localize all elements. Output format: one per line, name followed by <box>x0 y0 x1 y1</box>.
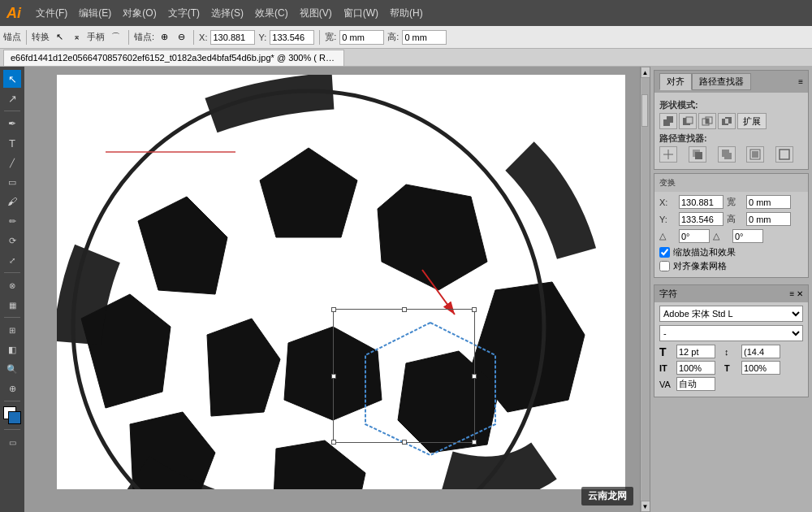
line-tool[interactable]: ╱ <box>3 154 21 171</box>
scale-checkbox[interactable] <box>659 247 670 258</box>
main-area: ↖ ↗ ✒ T ╱ ▭ 🖌 ✏ ⟳ ⤢ ⊗ ▦ ⊞ ◧ 🔍 ⊕ ▭ <box>0 67 812 512</box>
title-bar: Ai 文件(F) 编辑(E) 对象(O) 文字(T) 选择(S) 效果(C) 视… <box>0 0 812 26</box>
stroke-color[interactable] <box>8 411 21 424</box>
char-panel-options[interactable]: ≡ ✕ <box>789 289 803 298</box>
th-input[interactable] <box>746 212 791 226</box>
scroll-down-btn[interactable]: ▼ <box>641 501 650 512</box>
pf-crop[interactable] <box>746 146 764 163</box>
svg-rect-25 <box>725 119 728 124</box>
unite-btn[interactable] <box>659 113 677 129</box>
cursor-tool-btn[interactable]: ↖ <box>53 30 67 44</box>
scale-tool[interactable]: ⤢ <box>3 251 21 269</box>
align-checkbox[interactable] <box>659 261 670 271</box>
blend-tool[interactable]: ⊗ <box>3 276 21 294</box>
w-label: 宽: <box>325 31 336 43</box>
menu-effect[interactable]: 效果(C) <box>250 5 293 22</box>
align-pathfinder-panel: 对齐 路径查找器 ≡ 形状模式: <box>654 70 809 170</box>
y-label: Y: <box>258 33 266 42</box>
tracking-input[interactable] <box>676 377 715 391</box>
scale-h-input[interactable] <box>676 361 715 375</box>
menu-view[interactable]: 视图(V) <box>295 5 337 22</box>
tool-divider5 <box>4 429 20 430</box>
menu-help[interactable]: 帮助(H) <box>385 5 428 22</box>
pf-trim[interactable] <box>689 146 706 163</box>
panel-tabs: 对齐 路径查找器 <box>659 73 751 90</box>
sep3 <box>193 30 194 45</box>
scroll-track[interactable] <box>641 78 650 501</box>
ty-input[interactable] <box>679 212 723 226</box>
scroll-thumb[interactable] <box>641 94 648 127</box>
menu-select[interactable]: 选择(S) <box>206 5 248 22</box>
menu-file[interactable]: 文件(F) <box>31 5 72 22</box>
anchor-label: 锚点 <box>3 31 21 43</box>
pen-tool[interactable]: ✒ <box>3 115 21 132</box>
expand-btn[interactable]: 扩展 <box>737 113 767 129</box>
font-style-select[interactable]: - <box>659 325 803 341</box>
svg-rect-34 <box>780 150 789 159</box>
pf-divide[interactable] <box>659 146 677 163</box>
select-tool[interactable]: ↖ <box>3 70 21 88</box>
tools-panel: ↖ ↗ ✒ T ╱ ▭ 🖌 ✏ ⟳ ⤢ ⊗ ▦ ⊞ ◧ 🔍 ⊕ ▭ <box>0 67 24 512</box>
tab-mode: ( <box>313 53 317 63</box>
svg-rect-33 <box>752 151 758 158</box>
gradient-tool[interactable]: ◧ <box>3 341 21 358</box>
pf-merge[interactable] <box>718 146 736 163</box>
pathfinder-grid <box>659 146 803 163</box>
x-input[interactable] <box>210 30 255 45</box>
shape-mode-label: 形状模式: <box>659 99 803 111</box>
tab-align[interactable]: 对齐 <box>659 73 692 90</box>
column-graph-tool[interactable]: ▦ <box>3 296 21 314</box>
add-anchor-btn[interactable]: ⊕ <box>158 30 171 44</box>
app-logo: Ai <box>6 5 21 22</box>
tab-pathfinder[interactable]: 路径查找器 <box>692 73 751 90</box>
canvas-area[interactable]: 云南龙网 <box>24 67 640 512</box>
toolbar: 锚点 转换 ↖ ⌅ 手柄 ⌒ 锚点: ⊕ ⊖ X: Y: 宽: 高: <box>0 26 812 49</box>
scale-v-input[interactable] <box>741 361 780 375</box>
intersect-btn[interactable] <box>698 113 716 129</box>
smooth-btn[interactable]: ⌒ <box>108 29 123 45</box>
menu-text[interactable]: 文字(T) <box>163 5 205 22</box>
rect-tool[interactable]: ▭ <box>3 173 21 191</box>
panel-header-align[interactable]: 对齐 路径查找器 ≡ <box>654 71 808 93</box>
w-input[interactable] <box>339 30 384 45</box>
pencil-tool[interactable]: ✏ <box>3 212 21 230</box>
eyedropper-tool[interactable]: 🔍 <box>3 360 21 378</box>
scale-v-label: T <box>724 363 739 373</box>
screen-mode-btn[interactable]: ▭ <box>3 433 21 451</box>
scale-label: 缩放描边和效果 <box>673 246 736 258</box>
rotate-tool[interactable]: ⟳ <box>3 232 21 249</box>
tx-input[interactable] <box>679 195 723 209</box>
svg-rect-19 <box>686 117 693 124</box>
leading-icon: ↕ <box>724 347 739 357</box>
pf-outline[interactable] <box>775 146 793 163</box>
char-panel-header[interactable]: 字符 ≡ ✕ <box>654 285 808 302</box>
tool-divider4 <box>4 401 20 401</box>
font-family-select[interactable]: Adobe 宋体 Std L <box>659 306 803 322</box>
menu-window[interactable]: 窗口(W) <box>339 5 383 22</box>
h-input[interactable] <box>402 30 447 45</box>
anchor-tool-btn[interactable]: ⌅ <box>70 30 84 44</box>
zoom-tool[interactable]: ⊕ <box>3 380 21 397</box>
document-tab[interactable]: e66fd1441d12e0566470857602ef6152_t0182a3… <box>3 50 344 66</box>
direct-select-tool[interactable]: ↗ <box>3 89 21 107</box>
exclude-btn[interactable] <box>718 113 736 129</box>
leading-input[interactable] <box>741 345 780 358</box>
angle-row: △ △ <box>659 229 803 243</box>
scroll-up-btn[interactable]: ▲ <box>641 67 650 78</box>
panel-options-icon[interactable]: ≡ <box>798 77 803 86</box>
brush-tool[interactable]: 🖌 <box>3 193 21 210</box>
type-tool[interactable]: T <box>3 134 21 152</box>
menu-bar: 文件(F) 编辑(E) 对象(O) 文字(T) 选择(S) 效果(C) 视图(V… <box>31 5 428 22</box>
font-size-input[interactable] <box>676 345 715 358</box>
minus-front-btn[interactable] <box>679 113 697 129</box>
y-input[interactable] <box>270 30 314 45</box>
angle2-input[interactable] <box>732 229 763 243</box>
tab-mode-val: RGB/预览 <box>319 53 344 63</box>
svg-rect-22 <box>706 119 709 124</box>
mesh-tool[interactable]: ⊞ <box>3 321 21 339</box>
angle1-input[interactable] <box>679 229 710 243</box>
remove-anchor-btn[interactable]: ⊖ <box>175 30 188 44</box>
menu-edit[interactable]: 编辑(E) <box>74 5 116 22</box>
menu-object[interactable]: 对象(O) <box>118 5 161 22</box>
tw-input[interactable] <box>746 195 791 209</box>
